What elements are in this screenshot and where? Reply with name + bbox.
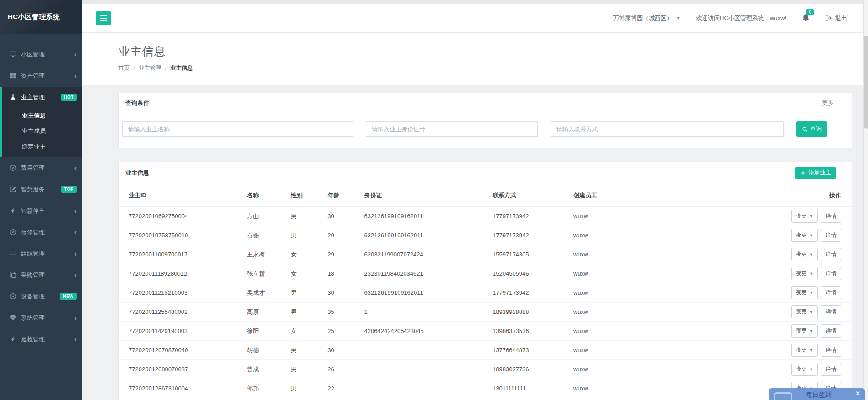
table-row: 772020012867310004郭邦男2213011111111wuxw变更… (119, 379, 852, 398)
sidebar-item-owner-members[interactable]: 业主成员 (2, 123, 82, 139)
detail-button[interactable]: 详情 (821, 286, 841, 299)
owner-table-title: 业主信息 (125, 169, 149, 177)
more-link[interactable]: 更多 (822, 99, 834, 107)
cell-creator: wuxw (570, 264, 676, 283)
scrollbar-thumb[interactable] (864, 36, 868, 129)
sidebar-item-label: 智慧停车 (21, 207, 72, 215)
sidebar-item-device-mgmt[interactable]: 设备管理 NEW (0, 286, 82, 307)
add-owner-button[interactable]: 添加业主 (795, 167, 836, 179)
detail-button[interactable]: 详情 (821, 210, 841, 223)
change-button[interactable]: 变更▼ (791, 344, 818, 357)
cell-idcard (361, 360, 489, 379)
detail-button[interactable]: 详情 (821, 229, 841, 242)
cell-name: 石磊 (243, 226, 287, 245)
cell-owner-id: 772020011255480002 (119, 303, 243, 322)
cell-owner-id: 772020011009700017 (119, 245, 243, 264)
scrollbar-track[interactable] (863, 0, 868, 400)
change-label: 变更 (796, 308, 807, 316)
cell-phone: 13986373536 (489, 322, 570, 341)
breadcrumb-section[interactable]: 业主管理 (138, 64, 161, 72)
breadcrumb: 首页 / 业主管理 / 业主信息 (118, 64, 832, 72)
cell-actions: 变更▼详情 (676, 303, 852, 322)
content-header: 业主信息 首页 / 业主管理 / 业主信息 (82, 33, 868, 85)
sidebar-item-purchase-mgmt[interactable]: 采购管理 ‹ (0, 264, 82, 286)
top-badge: TOP (61, 186, 77, 193)
detail-label: 详情 (826, 289, 837, 297)
sidebar-item-org-mgmt[interactable]: 组织管理 ‹ (0, 243, 82, 264)
chevron-left-icon: ‹ (74, 336, 77, 343)
sidebar-item-owner-mgmt[interactable]: 业主管理 HOT (2, 87, 82, 108)
cell-gender: 男 (287, 303, 324, 322)
cell-gender: 女 (287, 245, 324, 264)
cell-owner-id: 772020010692750004 (119, 207, 243, 226)
sidebar-item-asset-mgmt[interactable]: 资产管理 ‹ (0, 65, 82, 87)
detail-button[interactable]: 详情 (821, 267, 841, 280)
close-icon[interactable]: ✕ (855, 390, 861, 397)
change-button[interactable]: 变更▼ (791, 286, 818, 299)
change-button[interactable]: 变更▼ (791, 363, 818, 376)
sidebar-item-inspection-mgmt[interactable]: 巡检管理 ‹ (0, 328, 82, 350)
owner-name-input[interactable] (122, 121, 353, 137)
change-button[interactable]: 变更▼ (791, 324, 818, 338)
sidebar-item-label: 业主管理 (21, 93, 58, 102)
detail-label: 详情 (826, 212, 837, 220)
cell-name: 王永梅 (243, 245, 287, 264)
cell-phone: 18939938888 (489, 303, 570, 322)
chevron-left-icon: ‹ (74, 250, 77, 257)
sidebar-item-owner-info[interactable]: 业主信息 (2, 108, 82, 123)
cell-name: 方山 (243, 207, 287, 226)
detail-button[interactable]: 详情 (821, 344, 841, 357)
sidebar-item-smart-service[interactable]: 智慧服务 TOP (0, 179, 82, 200)
cell-idcard (361, 341, 489, 360)
sidebar-item-fee-mgmt[interactable]: 费用管理 ‹ (0, 157, 82, 179)
table-row: 772020012080070037曾成男2618983027736wuxw变更… (119, 360, 852, 379)
sidebar-item-smart-parking[interactable]: 智慧停车 ‹ (0, 200, 82, 221)
cell-phone: 17797173942 (489, 283, 570, 303)
sidebar-item-label: 采购管理 (21, 271, 72, 279)
welcome-text: 欢迎访问HC小区管理系统，wuxw! (696, 14, 786, 22)
owner-phone-input[interactable] (551, 121, 784, 137)
menu-icon[interactable] (96, 11, 111, 25)
cell-creator: wuxw (570, 207, 676, 226)
sidebar-item-label: 资产管理 (21, 72, 72, 80)
chevron-left-icon: ‹ (74, 207, 77, 215)
sidebar-item-label: 组织管理 (21, 250, 72, 258)
cell-age: 18 (324, 264, 360, 283)
sidebar-item-label: 设备管理 (21, 292, 57, 301)
add-owner-label: 添加业主 (808, 169, 831, 177)
grid-icon (9, 72, 16, 80)
col-idcard: 身份证 (361, 184, 489, 207)
owner-table-header: 业主信息 添加业主 (119, 162, 852, 184)
community-dropdown[interactable]: 万博家博园（城西区） ▼ (613, 14, 681, 22)
monitor-icon (9, 51, 16, 58)
cell-phone: 18983027736 (489, 360, 570, 379)
owner-idcard-input[interactable] (366, 121, 538, 137)
daily-signin-toast: 每日签到 ✕ (769, 388, 865, 400)
col-creator: 创建员工 (570, 184, 676, 207)
sidebar-item-bind-owner[interactable]: 绑定业主 (2, 139, 82, 154)
change-button[interactable]: 变更▼ (791, 248, 818, 261)
detail-button[interactable]: 详情 (821, 305, 841, 318)
detail-button[interactable]: 详情 (821, 324, 841, 338)
notification-bell-icon[interactable]: 0 (802, 14, 810, 23)
logout-button[interactable]: 退出 (825, 14, 847, 22)
breadcrumb-home[interactable]: 首页 (118, 64, 130, 72)
search-button[interactable]: 查询 (796, 121, 827, 137)
cell-name: 胡德 (243, 341, 287, 360)
query-panel-header: 查询条件 更多 (119, 93, 852, 113)
detail-button[interactable]: 详情 (821, 248, 841, 261)
change-button[interactable]: 变更▼ (791, 305, 818, 318)
sidebar-item-repair-mgmt[interactable]: 报修管理 ‹ (0, 221, 82, 243)
change-button[interactable]: 变更▼ (791, 267, 818, 280)
detail-button[interactable]: 详情 (821, 363, 841, 376)
hot-badge: HOT (61, 94, 77, 101)
col-name: 名称 (243, 184, 287, 207)
cell-gender: 女 (287, 264, 324, 283)
cell-actions: 变更▼详情 (676, 341, 852, 360)
change-button[interactable]: 变更▼ (791, 210, 818, 223)
change-button[interactable]: 变更▼ (791, 229, 818, 242)
cell-age: 35 (324, 303, 360, 322)
sidebar-item-system-mgmt[interactable]: 系统管理 ‹ (0, 307, 82, 328)
sidebar-item-community-mgmt[interactable]: 小区管理 ‹ (0, 44, 82, 65)
table-row: 772020010692750004方山男3063212619910916201… (119, 207, 852, 226)
